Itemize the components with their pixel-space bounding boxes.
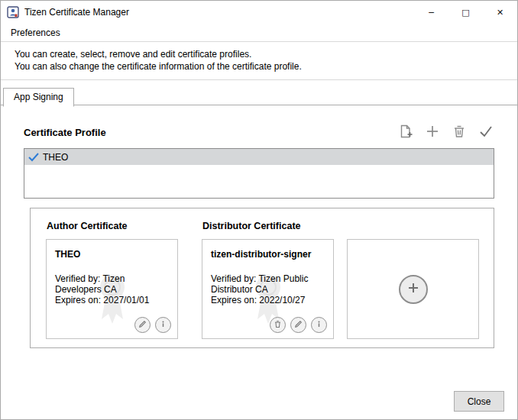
profile-name: THEO <box>43 152 68 163</box>
check-icon <box>478 124 494 141</box>
app-signing-panel: Certificate Profile <box>1 124 517 348</box>
plus-icon <box>407 282 419 296</box>
description-line-2: You can also change the certificate info… <box>15 60 510 73</box>
certificate-profile-title: Certificate Profile <box>24 127 106 138</box>
distributor-certificate-card: tizen-distributor-signer Verified by: Ti… <box>202 239 334 339</box>
remove-profile-button[interactable] <box>451 124 468 141</box>
active-check-icon <box>28 152 40 163</box>
author-certificate-card: THEO Verified by: Tizen Developers CA Ex… <box>46 239 178 339</box>
distributor-cert-expires: Expires on: 2022/10/27 <box>211 295 325 305</box>
description-text: You can create, select, remove and edit … <box>1 42 517 80</box>
author-cert-name: THEO <box>55 249 169 260</box>
window-controls: ─ □ ✕ <box>414 1 517 24</box>
close-window-button[interactable]: ✕ <box>483 1 517 24</box>
trash-icon <box>274 319 282 331</box>
author-certificate-heading: Author Certificate <box>47 221 128 231</box>
trash-icon <box>452 124 467 141</box>
add-certificate-button[interactable] <box>399 275 428 304</box>
menu-preferences[interactable]: Preferences <box>8 24 63 42</box>
add-certificate-card <box>347 239 479 339</box>
remove-distributor-cert-button[interactable] <box>270 317 286 333</box>
edit-author-cert-button[interactable] <box>134 317 151 333</box>
tab-strip: App Signing <box>1 87 517 105</box>
maximize-button[interactable]: □ <box>448 1 483 24</box>
info-author-cert-button[interactable] <box>155 317 171 333</box>
tab-app-signing[interactable]: App Signing <box>3 88 74 107</box>
set-active-profile-button[interactable] <box>478 124 494 141</box>
new-profile-button[interactable] <box>397 124 414 141</box>
minimize-button[interactable]: ─ <box>414 1 448 24</box>
info-icon <box>315 319 323 331</box>
distributor-cert-name: tizen-distributor-signer <box>211 249 325 260</box>
app-icon <box>7 6 19 18</box>
profile-list[interactable]: THEO <box>24 148 494 199</box>
info-icon <box>159 319 167 331</box>
new-profile-icon <box>398 124 413 141</box>
profile-list-item[interactable]: THEO <box>24 149 494 165</box>
add-profile-button[interactable] <box>424 124 441 141</box>
pencil-icon <box>294 319 303 331</box>
pencil-icon <box>138 319 147 331</box>
title-bar: Tizen Certificate Manager ─ □ ✕ <box>1 1 517 24</box>
edit-distributor-cert-button[interactable] <box>290 317 306 333</box>
distributor-card-actions <box>270 317 327 333</box>
close-button[interactable]: Close <box>454 391 504 412</box>
author-card-actions <box>134 317 171 333</box>
author-cert-verified-by: Verified by: Tizen Developers CA <box>55 273 162 295</box>
window-title: Tizen Certificate Manager <box>24 7 129 18</box>
info-distributor-cert-button[interactable] <box>311 317 327 333</box>
certificates-panel: Author Certificate Distributor Certifica… <box>30 208 494 348</box>
menu-bar: Preferences <box>1 24 517 42</box>
profile-header: Certificate Profile <box>24 124 494 141</box>
plus-icon <box>425 124 440 141</box>
distributor-cert-verified-by: Verified by: Tizen Public Distributor CA <box>211 273 318 295</box>
author-cert-expires: Expires on: 2027/01/01 <box>55 295 169 305</box>
distributor-certificate-heading: Distributor Certificate <box>202 221 301 231</box>
profile-toolbar <box>397 124 494 141</box>
tizen-certificate-manager-window: Tizen Certificate Manager ─ □ ✕ Preferen… <box>0 0 518 420</box>
description-line-1: You can create, select, remove and edit … <box>15 48 510 60</box>
